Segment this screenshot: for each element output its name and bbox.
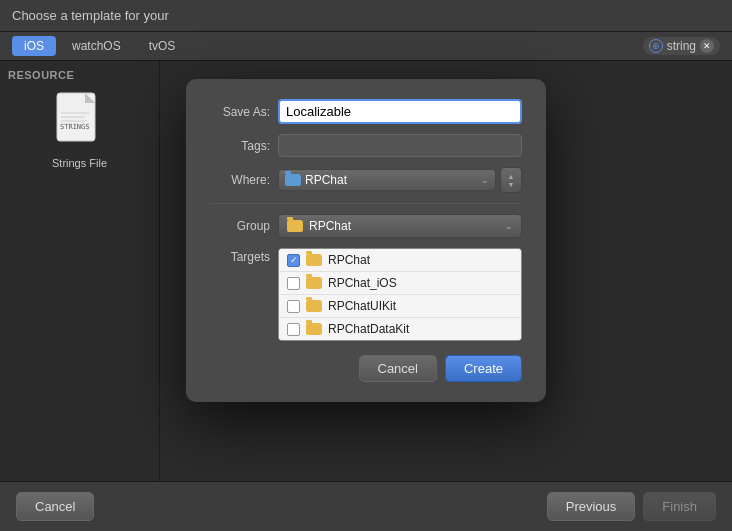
target-name: RPChatDataKit bbox=[328, 322, 409, 336]
save-dialog: Save As: Tags: Where: RPChat ⌄ bbox=[186, 79, 546, 402]
list-item[interactable]: RPChatDataKit bbox=[279, 318, 521, 340]
chevron-down-icon: ⌄ bbox=[505, 221, 513, 231]
tags-label: Tags: bbox=[210, 139, 270, 153]
targets-list: ✓ RPChat RPChat_iOS RPChatUIKit bbox=[278, 248, 522, 341]
group-dropdown[interactable]: RPChat ⌄ bbox=[278, 214, 522, 238]
where-expand-button[interactable]: ▲ ▼ bbox=[500, 167, 522, 193]
divider bbox=[210, 203, 522, 204]
targets-label: Targets bbox=[210, 248, 270, 341]
where-select-wrap: RPChat ⌄ ▲ ▼ bbox=[278, 167, 522, 193]
target-folder-icon bbox=[306, 277, 322, 289]
where-folder-icon bbox=[285, 174, 301, 186]
target-name: RPChat bbox=[328, 253, 370, 267]
target-checkbox-rpchat[interactable]: ✓ bbox=[287, 254, 300, 267]
page-title: Choose a template for your bbox=[12, 8, 169, 23]
modal-buttons: Cancel Create bbox=[210, 355, 522, 382]
where-label: Where: bbox=[210, 173, 270, 187]
target-name: RPChatUIKit bbox=[328, 299, 396, 313]
svg-text:STRINGS: STRINGS bbox=[60, 123, 90, 131]
modal-create-button[interactable]: Create bbox=[445, 355, 522, 382]
header-bar: Choose a template for your bbox=[0, 0, 732, 32]
targets-section: Targets ✓ RPChat RPChat_iOS bbox=[210, 248, 522, 341]
target-checkbox-rpchatdatakit[interactable] bbox=[287, 323, 300, 336]
group-folder-text: RPChat bbox=[309, 219, 351, 233]
tab-tvos[interactable]: tvOS bbox=[137, 36, 188, 56]
file-label: Strings File bbox=[52, 157, 107, 169]
tabs-row: iOS watchOS tvOS ⊕ string ✕ bbox=[0, 32, 732, 61]
bottom-right-buttons: Previous Finish bbox=[547, 492, 716, 521]
file-item[interactable]: STRINGS Strings File bbox=[52, 91, 107, 169]
target-folder-icon bbox=[306, 323, 322, 335]
previous-button[interactable]: Previous bbox=[547, 492, 636, 521]
target-checkbox-rpchatuikit[interactable] bbox=[287, 300, 300, 313]
list-item[interactable]: RPChat_iOS bbox=[279, 272, 521, 295]
cancel-button[interactable]: Cancel bbox=[16, 492, 94, 521]
tab-watchos[interactable]: watchOS bbox=[60, 36, 133, 56]
where-row: Where: RPChat ⌄ ▲ ▼ bbox=[210, 167, 522, 193]
chevron-updown-icon: ▲ ▼ bbox=[508, 173, 515, 188]
group-dropdown-inner: RPChat bbox=[287, 219, 351, 233]
search-close-button[interactable]: ✕ bbox=[700, 39, 714, 53]
chevron-down-icon: ⌄ bbox=[481, 175, 489, 185]
group-folder-icon bbox=[287, 220, 303, 232]
save-as-input[interactable] bbox=[278, 99, 522, 124]
finish-button[interactable]: Finish bbox=[643, 492, 716, 521]
list-item[interactable]: RPChatUIKit bbox=[279, 295, 521, 318]
group-row: Group RPChat ⌄ bbox=[210, 214, 522, 238]
search-bar: ⊕ string ✕ bbox=[643, 37, 720, 55]
modal-cancel-button[interactable]: Cancel bbox=[359, 355, 437, 382]
tags-row: Tags: bbox=[210, 134, 522, 157]
search-badge: ⊕ string ✕ bbox=[643, 37, 720, 55]
where-folder-text: RPChat bbox=[305, 173, 347, 187]
sidebar-section-label: Resource bbox=[8, 69, 74, 81]
sidebar: Resource STRINGS Strings File bbox=[0, 61, 160, 531]
tags-input[interactable] bbox=[278, 134, 522, 157]
target-name: RPChat_iOS bbox=[328, 276, 397, 290]
where-dropdown-inner: RPChat bbox=[285, 173, 347, 187]
target-folder-icon bbox=[306, 300, 322, 312]
bottom-bar: Cancel Previous Finish bbox=[0, 481, 732, 531]
string-icon: ⊕ bbox=[649, 39, 663, 53]
save-as-row: Save As: bbox=[210, 99, 522, 124]
tab-ios[interactable]: iOS bbox=[12, 36, 56, 56]
target-folder-icon bbox=[306, 254, 322, 266]
where-dropdown[interactable]: RPChat ⌄ bbox=[278, 169, 496, 191]
target-checkbox-rpchat-ios[interactable] bbox=[287, 277, 300, 290]
list-item[interactable]: ✓ RPChat bbox=[279, 249, 521, 272]
group-label: Group bbox=[210, 219, 270, 233]
strings-file-icon: STRINGS bbox=[55, 91, 105, 151]
save-as-label: Save As: bbox=[210, 105, 270, 119]
checkmark-icon: ✓ bbox=[290, 255, 298, 265]
search-badge-text: string bbox=[667, 39, 696, 53]
